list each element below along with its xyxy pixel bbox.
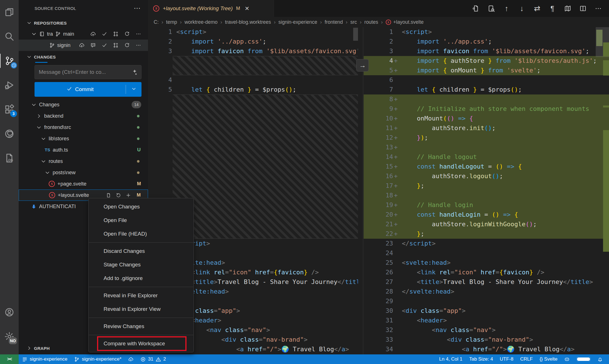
activity-settings-gear[interactable]: NO — [0, 327, 19, 346]
tree-item--page-svelte[interactable]: S+page.svelteM — [19, 178, 148, 189]
more-icon[interactable] — [136, 42, 141, 48]
status-ln-4-col-1[interactable]: Ln 4, Col 1 — [436, 354, 466, 364]
activity-files[interactable] — [0, 3, 19, 21]
menu-item-compare-with-workspace[interactable]: Compare with Workspace — [89, 337, 194, 350]
status-pill[interactable] — [573, 354, 594, 364]
activity-search[interactable] — [0, 27, 19, 46]
add-icon[interactable] — [126, 193, 131, 198]
diff-line[interactable]: 29 — [364, 296, 609, 306]
menu-item-discard-changes[interactable]: Discard Changes — [89, 244, 194, 258]
tree-item-routes[interactable]: routes — [19, 156, 148, 167]
tree-item-changes[interactable]: Changes14 — [19, 99, 148, 110]
cloud-upload-icon[interactable] — [79, 42, 85, 48]
tree-item-posts-new[interactable]: posts\new — [19, 167, 148, 178]
diff-line-added[interactable]: 18+ — [364, 191, 609, 200]
activity-extensions[interactable]: 3 — [0, 100, 19, 119]
activity-account[interactable] — [0, 303, 19, 322]
diff-line[interactable]: 30<div class="app"> — [364, 306, 609, 316]
diff-line-added[interactable]: 4+ import { authStore } from '$lib/store… — [364, 56, 609, 66]
commit-button[interactable]: Commit — [35, 82, 141, 97]
diff-line[interactable]: 26 <link rel="icon" href={favicon} /> — [364, 268, 609, 277]
tree-item-backend[interactable]: backend — [19, 110, 148, 122]
diff-line-added[interactable]: 21+ authStore.loginWithGoogle(); — [364, 219, 609, 229]
diff-line-added[interactable]: 19+ // Handle login — [364, 200, 609, 210]
discard-icon[interactable] — [116, 193, 121, 198]
diff-line-added[interactable]: 11+ authStore.init(); — [364, 123, 609, 133]
cloud-upload-icon[interactable] — [90, 31, 96, 37]
diff-line[interactable]: 23</script> — [364, 239, 609, 248]
menu-item-review-changes[interactable]: Review Changes — [89, 320, 194, 333]
menu-item-open-file-head-[interactable]: Open File (HEAD) — [89, 227, 194, 241]
toolbar-swap[interactable]: ⇄ — [531, 3, 543, 14]
section-repositories[interactable]: REPOSITORIES — [19, 18, 148, 28]
diff-line-added[interactable]: 17+ }; — [364, 181, 609, 191]
menu-item-reveal-in-file-explorer[interactable]: Reveal in File Explorer — [89, 289, 194, 302]
refresh-icon[interactable] — [124, 31, 130, 37]
toolbar-doc-search[interactable] — [486, 3, 497, 14]
sparkle-icon[interactable] — [131, 69, 138, 76]
more-icon[interactable] — [136, 31, 141, 37]
scrollbar-overview-ruler[interactable] — [596, 27, 609, 354]
diff-line-added[interactable]: 5+ import { onMount } from 'svelte'; — [364, 66, 609, 75]
breadcrumb-item[interactable]: S+layout.svelte — [386, 19, 424, 25]
diff-line[interactable]: 6 — [364, 75, 609, 85]
diff-line-added[interactable]: 15+ const handleLogout = () => { — [364, 162, 609, 171]
toolbar-pilcrow[interactable]: ¶ — [547, 3, 558, 14]
comment-icon[interactable] — [90, 42, 96, 48]
activity-source-control[interactable] — [0, 51, 19, 70]
status-crlf[interactable]: CRLF — [517, 354, 536, 364]
close-icon[interactable]: ✕ — [245, 5, 249, 12]
breadcrumb-item[interactable]: src — [350, 19, 357, 25]
scrollbar[interactable] — [353, 28, 358, 41]
status-cloud-upload[interactable] — [125, 354, 137, 364]
diff-pane-modified[interactable]: 1<script>2 import '../app.css';3 import … — [364, 27, 609, 354]
diff-line[interactable]: 3 import favicon from '$lib/assets/favic… — [148, 46, 358, 56]
diff-line[interactable]: 33 <div class="nav-brand"> — [364, 335, 609, 344]
diff-line[interactable]: 3 import favicon from '$lib/assets/favic… — [364, 46, 609, 56]
diff-line[interactable]: 25<svelte:head> — [364, 258, 609, 268]
toolbar-arrow-up[interactable]: ↑ — [501, 3, 512, 14]
status--svelte[interactable]: {} Svelte — [536, 354, 561, 364]
diff-line[interactable]: 28</svelte:head> — [364, 287, 609, 296]
status-bell[interactable] — [594, 354, 606, 364]
toolbar-more-h[interactable] — [593, 3, 604, 14]
menu-item-open-changes[interactable]: Open Changes — [89, 200, 194, 214]
breadcrumb-item[interactable]: routes — [364, 19, 378, 25]
breadcrumb-item[interactable]: worktree-demo — [185, 19, 218, 25]
status-copilot[interactable] — [561, 354, 573, 364]
tree-item-lib-stores[interactable]: lib\stores — [19, 133, 148, 144]
activity-github[interactable] — [0, 124, 19, 143]
refresh-icon[interactable] — [124, 42, 130, 48]
status-branch[interactable]: signin-experience* — [71, 354, 125, 364]
diff-line[interactable]: 27 <title>Travel Blog - Share Your Journ… — [364, 277, 609, 287]
status-workspace[interactable]: signin-experience — [19, 354, 71, 364]
tab-layout-svelte-working-tree[interactable]: S +layout.svelte (Working Tree) M ✕ — [148, 0, 274, 17]
diff-line-added[interactable]: 20+ const handleLogin = () => { — [364, 210, 609, 219]
status-error[interactable]: 312 — [137, 354, 169, 364]
diff-line[interactable]: 32 <nav class="nav"> — [364, 325, 609, 335]
commit-message-input[interactable] — [35, 65, 141, 79]
menu-item-stage-changes[interactable]: Stage Changes — [89, 258, 194, 272]
diff-line-added[interactable]: 9+ // Initialize auth store when compone… — [364, 104, 609, 114]
section-changes[interactable]: CHANGES — [19, 51, 148, 62]
toolbar-map[interactable] — [562, 3, 573, 14]
diff-line[interactable]: 2 import '../app.css'; — [148, 37, 358, 46]
breadcrumb-item[interactable]: travel-blog.worktrees — [225, 19, 271, 25]
diff-line[interactable]: 1<script> — [364, 27, 609, 37]
menu-item-reveal-in-explorer-view[interactable]: Reveal in Explorer View — [89, 302, 194, 316]
breadcrumb-item[interactable]: temp — [166, 19, 177, 25]
diff-line-added[interactable]: 14+ // Handle logout — [364, 152, 609, 162]
diff-line[interactable]: 7 let { children } = $props(); — [364, 85, 609, 94]
breadcrumb-item[interactable]: signin-experience — [278, 19, 317, 25]
diff-line[interactable]: 1<script> — [148, 27, 358, 37]
diff-line-added[interactable]: 8+ — [364, 94, 609, 104]
diff-line-added[interactable]: 16+ authStore.logout(); — [364, 171, 609, 181]
breadcrumb-item[interactable]: frontend — [325, 19, 343, 25]
status-utf-8[interactable]: UTF-8 — [496, 354, 517, 364]
tree-item-auth-ts[interactable]: TSauth.tsU — [19, 144, 148, 156]
toolbar-doc-arrow[interactable] — [470, 3, 482, 14]
repository-row-tra[interactable]: tramain — [19, 28, 148, 40]
diff-line[interactable]: 34 <a href="/">🌍 Travel Blog</a> — [364, 344, 609, 354]
diff-line-added[interactable]: 10+ onMount(() => { — [364, 114, 609, 123]
diff-line[interactable]: 4 — [148, 75, 358, 85]
